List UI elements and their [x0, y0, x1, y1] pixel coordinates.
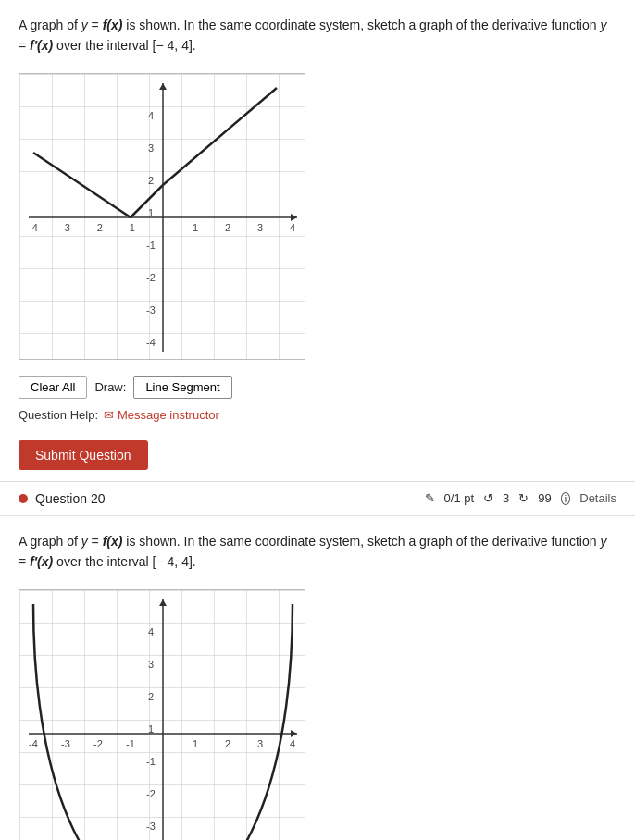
graph-20-container: -4 -3 -2 -1 1 2 3 4 4 3 2 1 -1 -2 -3 -4 [19, 589, 305, 840]
svg-text:-1: -1 [126, 222, 135, 233]
q20-text1: A graph of [19, 534, 81, 549]
q19-text3: over the interval [− 4, 4]. [53, 38, 195, 53]
controls-row-19: Clear All Draw: Line Segment [19, 376, 616, 399]
submission-icon: ↻ [518, 491, 529, 505]
svg-text:1: 1 [148, 723, 154, 735]
svg-text:4: 4 [290, 738, 295, 749]
message-instructor-link[interactable]: ✉ Message instructor [104, 408, 219, 422]
retry-icon: ↺ [483, 491, 493, 505]
edit-icon: ✎ [425, 491, 435, 505]
svg-text:1: 1 [193, 222, 198, 233]
question-20-text: A graph of y = f(x) is shown. In the sam… [19, 531, 616, 573]
svg-text:-1: -1 [146, 240, 156, 251]
retry-count: 3 [503, 491, 509, 505]
score-text: 0/1 pt [444, 491, 475, 505]
q20-text3: over the interval [− 4, 4]. [53, 554, 195, 569]
svg-text:-1: -1 [146, 756, 156, 767]
question-20-header-left: Question 20 [19, 491, 106, 506]
svg-text:2: 2 [148, 691, 154, 702]
question-19-text: A graph of y = f(x) is shown. In the sam… [19, 15, 616, 56]
svg-text:3: 3 [257, 738, 263, 749]
svg-text:3: 3 [148, 142, 154, 154]
svg-text:-2: -2 [146, 788, 156, 799]
draw-mode-button[interactable]: Line Segment [133, 376, 231, 399]
svg-text:-3: -3 [61, 222, 70, 233]
svg-text:4: 4 [290, 222, 295, 233]
svg-text:2: 2 [225, 222, 230, 233]
q19-fpx: f′(x) [30, 38, 53, 53]
svg-text:4: 4 [148, 626, 154, 637]
svg-text:2: 2 [225, 738, 230, 749]
graph-19-container: -4 -3 -2 -1 1 2 3 4 4 3 2 1 -1 -2 -3 -4 [19, 73, 305, 360]
info-icon: i [561, 492, 570, 505]
q20-eq1: = [88, 534, 103, 549]
svg-text:-4: -4 [146, 337, 156, 348]
svg-text:-1: -1 [126, 738, 135, 749]
q20-text2: is shown. In the same coordinate system,… [122, 534, 600, 549]
question-20-score: 0/1 pt [444, 491, 475, 505]
svg-text:-4: -4 [29, 738, 38, 749]
svg-text:-2: -2 [146, 272, 156, 283]
clear-all-button[interactable]: Clear All [19, 376, 87, 399]
question-20-number: Question 20 [35, 491, 106, 506]
question-20-header-right: ✎ 0/1 pt ↺ 3 ↻ 99 i Details [425, 491, 616, 505]
q20-fx: f(x) [103, 534, 123, 549]
svg-text:-3: -3 [61, 738, 70, 749]
submission-count: 99 [538, 491, 551, 505]
q20-eq2: = [19, 554, 30, 569]
graph-19-svg[interactable]: -4 -3 -2 -1 1 2 3 4 4 3 2 1 -1 -2 -3 -4 [19, 73, 305, 360]
question-20-header-row: Question 20 ✎ 0/1 pt ↺ 3 ↻ 99 i Details [0, 482, 635, 516]
question-19-block: A graph of y = f(x) is shown. In the sam… [0, 0, 635, 482]
details-link[interactable]: Details [579, 491, 616, 505]
svg-text:2: 2 [148, 175, 154, 186]
question-20-block: A graph of y = f(x) is shown. In the sam… [0, 516, 635, 840]
draw-label: Draw: [94, 380, 126, 394]
q20-fpx: f′(x) [30, 554, 53, 569]
submit-question-button[interactable]: Submit Question [19, 440, 148, 470]
svg-text:-2: -2 [93, 738, 103, 749]
q19-y: y [81, 18, 88, 32]
question-20-dot [19, 494, 28, 503]
message-instructor-text: Message instructor [118, 408, 219, 422]
svg-text:3: 3 [148, 659, 154, 670]
svg-text:3: 3 [257, 222, 263, 233]
svg-text:-3: -3 [146, 821, 156, 832]
q19-eq2: = [19, 38, 30, 53]
svg-text:4: 4 [148, 110, 154, 121]
question-help-19: Question Help: ✉ Message instructor [19, 408, 616, 422]
mail-icon: ✉ [104, 408, 114, 422]
svg-text:-4: -4 [29, 222, 38, 233]
svg-text:1: 1 [193, 738, 198, 749]
graph-20-svg[interactable]: -4 -3 -2 -1 1 2 3 4 4 3 2 1 -1 -2 -3 -4 [19, 589, 305, 840]
help-label: Question Help: [19, 408, 98, 422]
q19-text2: is shown. In the same coordinate system,… [122, 18, 600, 32]
q20-y: y [81, 534, 88, 549]
svg-text:-3: -3 [146, 304, 156, 315]
q19-y2: y [600, 18, 606, 32]
q19-text1: A graph of [19, 18, 81, 32]
q19-eq1: = [88, 18, 103, 32]
svg-text:-2: -2 [93, 222, 103, 233]
q20-y2: y [600, 534, 606, 549]
svg-text:1: 1 [148, 207, 154, 218]
submit-area: Submit Question [19, 431, 616, 470]
q19-fx: f(x) [103, 18, 123, 32]
